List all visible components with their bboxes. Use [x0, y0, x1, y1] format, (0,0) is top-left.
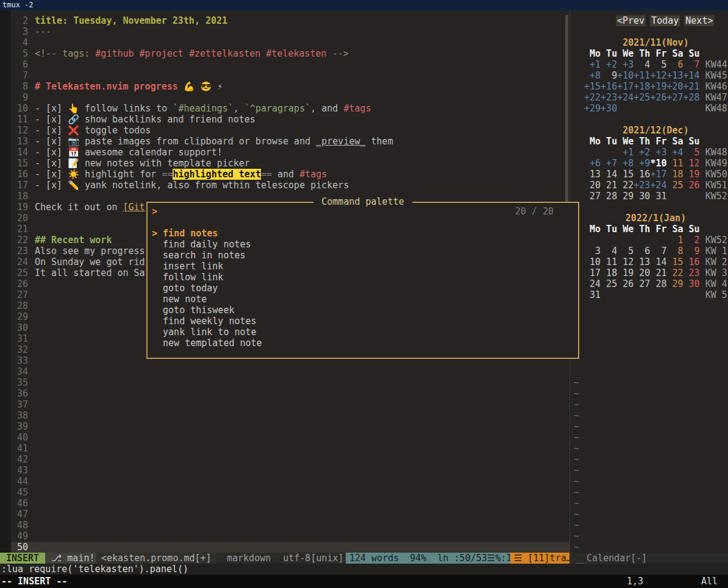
calendar-day[interactable]: 22 — [666, 267, 683, 278]
calendar-day[interactable]: +28 — [683, 92, 700, 103]
editor-line[interactable]: 16- [x] ☀️ highlight for ==highlighted t… — [0, 169, 569, 180]
calendar-day[interactable]: 17 — [584, 267, 601, 278]
calendar-day[interactable]: 6 — [666, 59, 683, 70]
calendar-day[interactable]: 7 — [650, 246, 666, 257]
palette-item[interactable]: yank link to note — [148, 327, 578, 338]
calendar-day[interactable]: 18 — [666, 169, 683, 180]
editor-line[interactable]: 3--- — [0, 26, 569, 37]
calendar-day[interactable]: +10 — [617, 70, 633, 81]
calendar-day[interactable]: +30 — [601, 103, 617, 114]
calendar-day[interactable]: +14 — [683, 70, 700, 81]
editor-line[interactable]: 41 — [0, 443, 569, 454]
calendar-day[interactable]: 27 — [584, 191, 601, 202]
editor-line[interactable]: 38 — [0, 410, 569, 421]
editor-line[interactable]: 14- [x] 📅 awesome calendar support! — [0, 147, 569, 158]
calendar-day[interactable]: 16 — [633, 169, 650, 180]
calendar-day[interactable]: 30 — [633, 191, 650, 202]
calendar-day[interactable]: +19 — [650, 81, 666, 92]
palette-item[interactable]: new templated note — [148, 338, 578, 349]
calendar-day[interactable]: +27 — [666, 92, 683, 103]
editor-line[interactable]: 34 — [0, 366, 569, 377]
calendar-day[interactable]: 21 — [601, 180, 617, 191]
calendar-day[interactable]: +17 — [617, 81, 633, 92]
calendar-window[interactable]: <PrevTodayNext> 2021/11(Nov) Mo Tu We Th… — [569, 10, 728, 553]
calendar-day[interactable]: +20 — [666, 81, 683, 92]
palette-item[interactable]: insert link — [148, 261, 578, 272]
editor-line[interactable]: 17- [x] ✏️ yank notelink, also from wthi… — [0, 180, 569, 191]
calendar-day[interactable]: 19 — [617, 267, 633, 278]
editor-line[interactable]: 12- [x] ❌ toggle todos — [0, 125, 569, 136]
calendar-day[interactable]: 15 — [666, 257, 683, 267]
palette-item[interactable]: goto thisweek — [148, 305, 578, 316]
calendar-day[interactable]: +6 — [584, 158, 601, 169]
calendar-day[interactable]: 18 — [601, 267, 617, 278]
editor-line[interactable]: 44 — [0, 476, 569, 487]
calendar-day[interactable]: +9 — [633, 158, 650, 169]
palette-item[interactable]: find weekly notes — [148, 316, 578, 327]
editor-line[interactable]: 35 — [0, 377, 569, 388]
calendar-day[interactable]: +1 — [617, 147, 633, 158]
editor-line[interactable]: 47 — [0, 509, 569, 520]
calendar-day[interactable]: +16 — [601, 81, 617, 92]
calendar-day[interactable]: +4 — [666, 147, 683, 158]
calendar-day[interactable]: 3 — [584, 246, 601, 257]
editor-line[interactable]: 13- [x] 📷 paste images from clipboard or… — [0, 136, 569, 147]
palette-item[interactable]: new note — [148, 294, 578, 305]
calendar-day[interactable]: 20 — [633, 267, 650, 278]
calendar-day[interactable]: 16 — [683, 257, 700, 267]
calendar-day[interactable]: +2 — [601, 59, 617, 70]
calendar-day[interactable]: +29 — [584, 103, 601, 114]
calendar-day[interactable]: 25 — [666, 180, 683, 191]
calendar-day[interactable]: 27 — [633, 278, 650, 289]
calendar-day[interactable]: 29 — [666, 278, 683, 289]
editor-line[interactable]: 39 — [0, 421, 569, 432]
scrollbar[interactable] — [565, 15, 568, 202]
calendar-day[interactable]: +8 — [584, 70, 601, 81]
calendar-day[interactable]: +3 — [617, 59, 633, 70]
calendar-day[interactable]: 6 — [633, 246, 650, 257]
calendar-prev-button[interactable]: <Prev — [616, 15, 646, 26]
calendar-day[interactable]: *10 — [650, 158, 666, 169]
calendar-day[interactable]: +23 — [633, 180, 650, 191]
calendar-day[interactable]: 29 — [617, 191, 633, 202]
editor-line[interactable]: 46 — [0, 498, 569, 509]
calendar-day[interactable]: 10 — [584, 257, 601, 267]
calendar-day[interactable]: 21 — [650, 267, 666, 278]
calendar-day[interactable]: 13 — [633, 257, 650, 267]
calendar-day[interactable]: +17 — [650, 169, 666, 180]
calendar-day[interactable]: 7 — [683, 59, 700, 70]
palette-prompt-row[interactable]: > 20 / 20 — [148, 206, 578, 217]
calendar-day[interactable]: 22 — [617, 180, 633, 191]
calendar-day[interactable]: 4 — [601, 246, 617, 257]
editor-line[interactable]: 7 — [0, 70, 569, 81]
calendar-day[interactable]: +15 — [584, 81, 601, 92]
calendar-day[interactable]: +24 — [617, 92, 633, 103]
calendar-day[interactable]: 26 — [617, 278, 633, 289]
editor-line[interactable]: 10- [x] 👆 follow links to `#headings`, `… — [0, 103, 569, 114]
palette-item[interactable]: > find notes — [148, 228, 578, 239]
calendar-day[interactable]: 31 — [650, 191, 666, 202]
editor-line[interactable]: 6 — [0, 59, 569, 70]
calendar-next-button[interactable]: Next> — [684, 15, 714, 26]
calendar-day[interactable]: +3 — [650, 147, 666, 158]
palette-item[interactable]: find daily notes — [148, 239, 578, 250]
calendar-day[interactable]: 8 — [666, 246, 683, 257]
calendar-day[interactable]: +1 — [584, 59, 601, 70]
calendar-day[interactable]: 14 — [650, 257, 666, 267]
calendar-day[interactable]: +24 — [650, 180, 666, 191]
calendar-day[interactable]: 14 — [601, 169, 617, 180]
editor-line[interactable]: 36 — [0, 388, 569, 399]
calendar-day[interactable]: 26 — [683, 180, 700, 191]
calendar-day[interactable]: 31 — [584, 289, 601, 300]
calendar-day[interactable]: 12 — [617, 257, 633, 267]
editor-line[interactable]: 18 — [0, 191, 569, 202]
calendar-day[interactable]: 13 — [584, 169, 601, 180]
calendar-day[interactable]: +26 — [650, 92, 666, 103]
palette-item[interactable]: goto today — [148, 283, 578, 294]
calendar-day[interactable]: 5 — [683, 147, 700, 158]
calendar-day[interactable]: +23 — [601, 92, 617, 103]
calendar-day[interactable]: +11 — [633, 70, 650, 81]
calendar-day[interactable]: 25 — [601, 278, 617, 289]
calendar-day[interactable]: 2 — [683, 235, 700, 246]
editor-line[interactable]: 50 — [0, 542, 569, 553]
